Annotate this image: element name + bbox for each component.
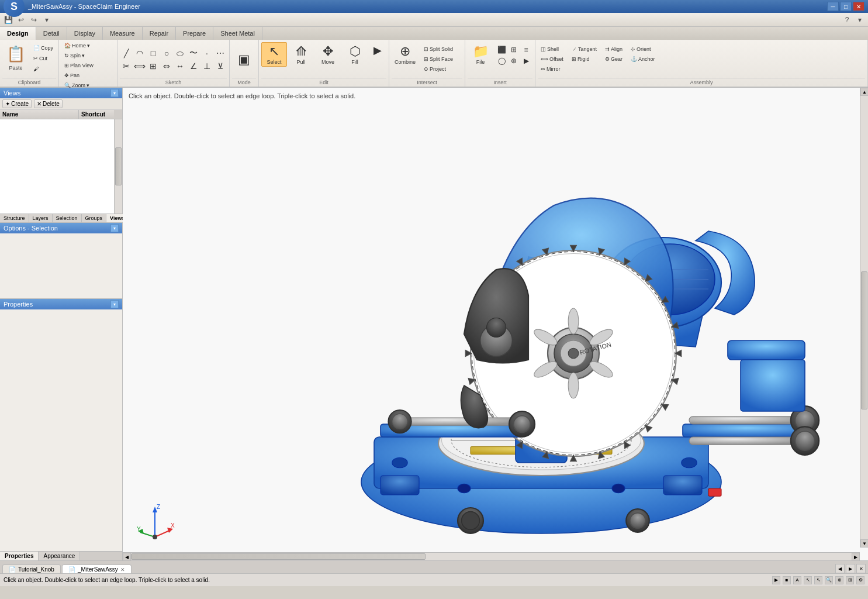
redo-button[interactable]: ↪ <box>28 14 40 26</box>
sketch-dim-button[interactable]: ↔ <box>174 60 186 72</box>
close-button[interactable]: ✕ <box>853 2 864 11</box>
tab-structure[interactable]: Structure <box>0 214 29 222</box>
quick-access-dropdown[interactable]: ▾ <box>41 14 53 26</box>
doc-tab-miter-saw[interactable]: 📄 _MiterSawAssy ✕ <box>62 564 132 573</box>
shell-button[interactable]: ◫ Shell <box>538 44 566 54</box>
tab-selection[interactable]: Selection <box>53 214 82 222</box>
sketch-line-button[interactable]: ╱ <box>120 47 133 60</box>
status-settings-icon[interactable]: ⚙ <box>856 576 864 584</box>
align-button[interactable]: ⇉ Align <box>602 44 625 54</box>
tangent-button[interactable]: ⟋ Tangent <box>569 44 600 54</box>
doc-tab-prev[interactable]: ◀ <box>835 564 845 573</box>
options-pin-button[interactable]: ▾ <box>110 224 119 232</box>
sketch-constraint-button[interactable]: ⊥ <box>200 60 213 72</box>
scroll-right-arrow[interactable]: ▶ <box>852 553 860 560</box>
pull-button[interactable]: ⟰ Pull <box>288 42 314 67</box>
project-button[interactable]: ⊙ Project <box>421 64 456 74</box>
home-button[interactable]: 🏠 Home ▾ <box>61 41 96 50</box>
sketch-rect-button[interactable]: □ <box>147 47 160 60</box>
insert-btn3[interactable]: ≡ <box>520 44 532 55</box>
tab-design[interactable]: Design <box>0 27 36 40</box>
help-button[interactable]: ? <box>841 14 853 26</box>
prop-tab-properties[interactable]: Properties <box>0 552 39 560</box>
minimize-button[interactable]: ─ <box>827 2 839 11</box>
doc-tab-miter-saw-close[interactable]: ✕ <box>120 567 125 573</box>
sketch-fix-button[interactable]: ⊻ <box>214 60 227 72</box>
doc-tab-close-all[interactable]: ✕ <box>856 564 866 573</box>
insert-btn2[interactable]: ⊞ <box>508 44 520 55</box>
tab-groups[interactable]: Groups <box>82 214 107 222</box>
tab-repair[interactable]: Repair <box>143 27 176 40</box>
delete-view-button[interactable]: ✕ Delete <box>34 99 63 108</box>
viewport-scrollbar-h[interactable]: ◀ ▶ <box>123 552 860 560</box>
file-button[interactable]: 📁 File <box>468 42 493 67</box>
insert-btn4[interactable]: ◯ <box>496 56 507 66</box>
undo-button[interactable]: ↩ <box>15 14 27 26</box>
expand-ribbon-button[interactable]: ▾ <box>854 14 866 26</box>
select-button[interactable]: ↖ Select <box>261 42 287 67</box>
viewport[interactable]: Click an object. Double-click to select … <box>123 88 868 560</box>
create-view-button[interactable]: ✦ Create <box>2 99 32 108</box>
insert-btn5[interactable]: ⊕ <box>508 56 520 66</box>
pan-button[interactable]: ✥ Pan <box>61 71 96 80</box>
viewport-scrollbar-h-thumb[interactable] <box>131 553 426 560</box>
doc-tab-next[interactable]: ▶ <box>846 564 855 573</box>
copy-button[interactable]: 📄 Copy <box>30 43 56 53</box>
tab-prepare[interactable]: Prepare <box>176 27 213 40</box>
scroll-left-arrow[interactable]: ◀ <box>123 553 131 560</box>
sketch-circle-button[interactable]: ○ <box>160 47 173 60</box>
views-scrollbar-thumb[interactable] <box>115 147 122 185</box>
offset-button[interactable]: ⟺ Offset <box>538 54 566 64</box>
tab-display[interactable]: Display <box>67 27 103 40</box>
fill-button[interactable]: ⬡ Fill <box>342 42 368 67</box>
doc-tab-tutorial-knob[interactable]: 📄 Tutorial_Knob <box>2 564 61 573</box>
rigid-button[interactable]: ⊞ Rigid <box>569 54 600 64</box>
mode-button[interactable]: ▣ <box>234 50 255 69</box>
sketch-trim-button[interactable]: ✂ <box>120 60 133 72</box>
gear-button[interactable]: ⚙ Gear <box>602 54 625 64</box>
status-search-icon[interactable]: 🔍 <box>825 576 833 584</box>
scroll-up-arrow[interactable]: ▲ <box>860 88 868 96</box>
sketch-more-button[interactable]: ⋯ <box>214 47 227 60</box>
viewport-scrollbar-v-thumb[interactable] <box>861 271 867 409</box>
anchor-button[interactable]: ⚓ Anchor <box>628 54 658 64</box>
spin-button[interactable]: ↻ Spin ▾ <box>61 51 96 60</box>
move-button[interactable]: ✥ Move <box>315 42 341 67</box>
viewport-scrollbar-v[interactable]: ▲ ▼ <box>860 88 868 548</box>
sketch-spline-button[interactable]: 〜 <box>187 47 200 60</box>
sketch-angle-button[interactable]: ∠ <box>187 60 200 72</box>
views-pin-button[interactable]: ▾ <box>110 89 119 97</box>
status-zoom-icon[interactable]: ⊕ <box>835 576 843 584</box>
tab-detail[interactable]: Detail <box>36 27 67 40</box>
combine-button[interactable]: ⊕ Combine <box>392 42 419 67</box>
sketch-mirror-s-button[interactable]: ⇔ <box>160 60 173 72</box>
scroll-down-arrow[interactable]: ▼ <box>860 539 868 548</box>
tab-measure[interactable]: Measure <box>103 27 143 40</box>
insert-btn6[interactable]: ▶ <box>520 56 532 66</box>
orient-asm-button[interactable]: ⊹ Orient <box>628 44 658 54</box>
edit-more-button[interactable]: ▶ <box>369 42 386 58</box>
sketch-point-button[interactable]: · <box>200 47 213 60</box>
views-scrollbar[interactable] <box>114 119 122 214</box>
prop-tab-appearance[interactable]: Appearance <box>39 552 80 560</box>
sketch-arc-button[interactable]: ◠ <box>133 47 146 60</box>
status-run-button[interactable]: ▶ <box>772 576 780 584</box>
sketch-offset-button[interactable]: ⟺ <box>133 60 146 72</box>
titlebar-controls[interactable]: ─ □ ✕ <box>827 2 864 11</box>
tab-sheet-metal[interactable]: Sheet Metal <box>213 27 262 40</box>
properties-pin-button[interactable]: ▾ <box>110 300 119 308</box>
split-solid-button[interactable]: ⊡ Split Solid <box>421 44 456 54</box>
status-a-indicator[interactable]: A <box>793 576 801 584</box>
save-quick-button[interactable]: 💾 <box>2 14 14 26</box>
sketch-ellipse-button[interactable]: ⬭ <box>174 47 186 60</box>
insert-btn1[interactable]: ⬛ <box>496 44 507 55</box>
mirror-button[interactable]: ⇔ Mirror <box>538 64 566 74</box>
plan-view-button[interactable]: ⊞ Plan View <box>61 61 96 70</box>
format-button[interactable]: 🖌 <box>30 64 56 74</box>
paste-button[interactable]: 📋 <box>2 43 29 65</box>
sketch-pattern-button[interactable]: ⊞ <box>147 60 160 72</box>
status-stop-button[interactable]: ■ <box>783 576 791 584</box>
status-pan-icon[interactable]: ⊞ <box>846 576 854 584</box>
tab-layers[interactable]: Layers <box>29 214 53 222</box>
split-face-button[interactable]: ⊟ Split Face <box>421 54 456 64</box>
